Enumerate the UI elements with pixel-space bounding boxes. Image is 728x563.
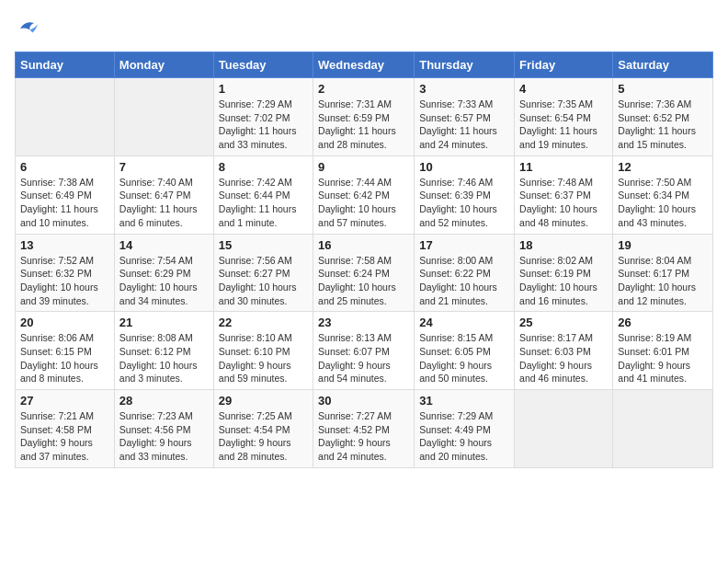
day-info: Sunrise: 7:52 AM Sunset: 6:32 PM Dayligh…	[20, 254, 109, 308]
day-number: 22	[219, 316, 308, 329]
day-number: 13	[20, 238, 109, 252]
calendar-cell: 3Sunrise: 7:33 AM Sunset: 6:57 PM Daylig…	[415, 78, 515, 156]
day-number: 11	[519, 160, 608, 174]
day-number: 10	[419, 160, 509, 174]
day-number: 30	[318, 394, 409, 408]
weekday-header-cell: Monday	[114, 52, 213, 78]
calendar-cell: 30Sunrise: 7:27 AM Sunset: 4:52 PM Dayli…	[313, 390, 415, 468]
calendar-cell: 31Sunrise: 7:29 AM Sunset: 4:49 PM Dayli…	[415, 390, 515, 468]
calendar-body: 1Sunrise: 7:29 AM Sunset: 7:02 PM Daylig…	[16, 78, 713, 468]
day-number: 15	[219, 238, 308, 252]
calendar-cell: 28Sunrise: 7:23 AM Sunset: 4:56 PM Dayli…	[114, 390, 213, 468]
calendar-cell	[114, 78, 213, 156]
day-number: 21	[119, 316, 209, 329]
calendar-cell	[16, 78, 115, 156]
calendar-cell: 10Sunrise: 7:46 AM Sunset: 6:39 PM Dayli…	[415, 155, 515, 234]
day-info: Sunrise: 8:02 AM Sunset: 6:19 PM Dayligh…	[519, 254, 608, 308]
day-info: Sunrise: 7:42 AM Sunset: 6:44 PM Dayligh…	[219, 176, 308, 230]
day-info: Sunrise: 7:27 AM Sunset: 4:52 PM Dayligh…	[318, 409, 409, 464]
day-info: Sunrise: 7:25 AM Sunset: 4:54 PM Dayligh…	[219, 409, 308, 464]
calendar-week-row: 1Sunrise: 7:29 AM Sunset: 7:02 PM Daylig…	[16, 78, 713, 156]
day-number: 27	[20, 394, 109, 408]
day-number: 19	[618, 238, 708, 252]
day-info: Sunrise: 8:06 AM Sunset: 6:15 PM Dayligh…	[20, 331, 109, 385]
calendar-week-row: 27Sunrise: 7:21 AM Sunset: 4:58 PM Dayli…	[16, 390, 713, 468]
day-number: 25	[519, 316, 608, 329]
day-info: Sunrise: 8:15 AM Sunset: 6:05 PM Dayligh…	[419, 331, 509, 385]
day-info: Sunrise: 7:58 AM Sunset: 6:24 PM Dayligh…	[318, 254, 409, 308]
day-number: 4	[519, 82, 608, 96]
calendar-cell: 11Sunrise: 7:48 AM Sunset: 6:37 PM Dayli…	[515, 155, 613, 234]
day-number: 5	[618, 82, 708, 96]
day-number: 17	[419, 238, 509, 252]
calendar-cell: 7Sunrise: 7:40 AM Sunset: 6:47 PM Daylig…	[114, 155, 213, 234]
day-number: 24	[419, 316, 509, 329]
day-info: Sunrise: 7:29 AM Sunset: 4:49 PM Dayligh…	[419, 409, 509, 464]
day-info: Sunrise: 7:31 AM Sunset: 6:59 PM Dayligh…	[318, 98, 409, 152]
day-number: 23	[318, 316, 409, 329]
day-info: Sunrise: 7:36 AM Sunset: 6:52 PM Dayligh…	[618, 98, 708, 152]
calendar-cell: 17Sunrise: 8:00 AM Sunset: 6:22 PM Dayli…	[415, 234, 515, 312]
calendar-cell: 8Sunrise: 7:42 AM Sunset: 6:44 PM Daylig…	[213, 155, 313, 234]
day-info: Sunrise: 7:21 AM Sunset: 4:58 PM Dayligh…	[20, 409, 109, 464]
day-info: Sunrise: 7:44 AM Sunset: 6:42 PM Dayligh…	[318, 176, 409, 230]
day-number: 28	[119, 394, 209, 408]
day-info: Sunrise: 7:56 AM Sunset: 6:27 PM Dayligh…	[219, 254, 308, 308]
day-info: Sunrise: 8:10 AM Sunset: 6:10 PM Dayligh…	[219, 331, 308, 385]
day-info: Sunrise: 7:46 AM Sunset: 6:39 PM Dayligh…	[419, 176, 509, 230]
calendar-cell: 1Sunrise: 7:29 AM Sunset: 7:02 PM Daylig…	[213, 78, 313, 156]
day-info: Sunrise: 8:08 AM Sunset: 6:12 PM Dayligh…	[119, 331, 209, 385]
calendar-table: SundayMondayTuesdayWednesdayThursdayFrid…	[15, 52, 713, 468]
day-number: 6	[20, 160, 109, 174]
calendar-cell: 4Sunrise: 7:35 AM Sunset: 6:54 PM Daylig…	[515, 78, 613, 156]
page-header	[15, 15, 713, 42]
day-number: 16	[318, 238, 409, 252]
weekday-header-row: SundayMondayTuesdayWednesdayThursdayFrid…	[16, 52, 713, 78]
calendar-cell: 29Sunrise: 7:25 AM Sunset: 4:54 PM Dayli…	[213, 390, 313, 468]
day-number: 3	[419, 82, 509, 96]
calendar-week-row: 13Sunrise: 7:52 AM Sunset: 6:32 PM Dayli…	[16, 234, 713, 312]
day-info: Sunrise: 7:48 AM Sunset: 6:37 PM Dayligh…	[519, 176, 608, 230]
day-info: Sunrise: 8:17 AM Sunset: 6:03 PM Dayligh…	[519, 331, 608, 385]
weekday-header-cell: Wednesday	[313, 52, 415, 78]
calendar-cell: 24Sunrise: 8:15 AM Sunset: 6:05 PM Dayli…	[415, 312, 515, 390]
calendar-cell: 25Sunrise: 8:17 AM Sunset: 6:03 PM Dayli…	[515, 312, 613, 390]
calendar-cell: 13Sunrise: 7:52 AM Sunset: 6:32 PM Dayli…	[16, 234, 115, 312]
calendar-cell: 18Sunrise: 8:02 AM Sunset: 6:19 PM Dayli…	[515, 234, 613, 312]
weekday-header-cell: Tuesday	[213, 52, 313, 78]
logo	[15, 15, 46, 42]
calendar-week-row: 20Sunrise: 8:06 AM Sunset: 6:15 PM Dayli…	[16, 312, 713, 390]
day-info: Sunrise: 7:38 AM Sunset: 6:49 PM Dayligh…	[20, 176, 109, 230]
weekday-header-cell: Thursday	[415, 52, 515, 78]
day-number: 8	[219, 160, 308, 174]
day-number: 14	[119, 238, 209, 252]
day-info: Sunrise: 7:54 AM Sunset: 6:29 PM Dayligh…	[119, 254, 209, 308]
calendar-cell: 23Sunrise: 8:13 AM Sunset: 6:07 PM Dayli…	[313, 312, 415, 390]
day-info: Sunrise: 8:04 AM Sunset: 6:17 PM Dayligh…	[618, 254, 708, 308]
day-number: 31	[419, 394, 509, 408]
day-number: 20	[20, 316, 109, 329]
day-number: 9	[318, 160, 409, 174]
calendar-cell: 22Sunrise: 8:10 AM Sunset: 6:10 PM Dayli…	[213, 312, 313, 390]
day-number: 2	[318, 82, 409, 96]
day-number: 26	[618, 316, 708, 329]
weekday-header-cell: Saturday	[613, 52, 713, 78]
calendar-cell: 14Sunrise: 7:54 AM Sunset: 6:29 PM Dayli…	[114, 234, 213, 312]
weekday-header-cell: Sunday	[16, 52, 115, 78]
calendar-cell: 16Sunrise: 7:58 AM Sunset: 6:24 PM Dayli…	[313, 234, 415, 312]
day-info: Sunrise: 8:00 AM Sunset: 6:22 PM Dayligh…	[419, 254, 509, 308]
calendar-cell: 21Sunrise: 8:08 AM Sunset: 6:12 PM Dayli…	[114, 312, 213, 390]
day-info: Sunrise: 7:35 AM Sunset: 6:54 PM Dayligh…	[519, 98, 608, 152]
day-info: Sunrise: 7:33 AM Sunset: 6:57 PM Dayligh…	[419, 98, 509, 152]
day-number: 29	[219, 394, 308, 408]
calendar-cell: 26Sunrise: 8:19 AM Sunset: 6:01 PM Dayli…	[613, 312, 713, 390]
day-info: Sunrise: 7:29 AM Sunset: 7:02 PM Dayligh…	[219, 98, 308, 152]
calendar-cell	[515, 390, 613, 468]
calendar-cell: 6Sunrise: 7:38 AM Sunset: 6:49 PM Daylig…	[16, 155, 115, 234]
day-number: 7	[119, 160, 209, 174]
logo-icon	[15, 15, 42, 42]
calendar-cell: 9Sunrise: 7:44 AM Sunset: 6:42 PM Daylig…	[313, 155, 415, 234]
day-number: 12	[618, 160, 708, 174]
day-info: Sunrise: 7:50 AM Sunset: 6:34 PM Dayligh…	[618, 176, 708, 230]
day-info: Sunrise: 7:40 AM Sunset: 6:47 PM Dayligh…	[119, 176, 209, 230]
